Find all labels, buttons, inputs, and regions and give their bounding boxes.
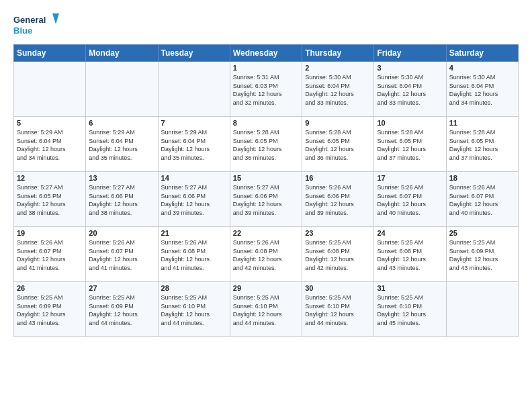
header-row: SundayMondayTuesdayWednesdayThursdayFrid… (14, 45, 519, 62)
day-number: 6 (89, 119, 154, 127)
calendar-page: General Blue SundayMondayTuesdayWednesda… (0, 0, 532, 344)
svg-text:Blue: Blue (13, 26, 32, 36)
day-number: 3 (377, 64, 443, 72)
day-info: Sunrise: 5:29 AM Sunset: 6:04 PM Dayligh… (89, 128, 154, 162)
day-number: 20 (89, 229, 154, 237)
day-number: 16 (305, 174, 371, 182)
day-number: 13 (89, 174, 154, 182)
cell-week4-day4: 22Sunrise: 5:26 AM Sunset: 6:08 PM Dayli… (230, 227, 302, 282)
header-day-saturday: Saturday (446, 45, 518, 62)
day-info: Sunrise: 5:28 AM Sunset: 6:05 PM Dayligh… (377, 128, 443, 162)
day-number: 1 (233, 64, 299, 72)
header-day-wednesday: Wednesday (230, 45, 302, 62)
week-row-1: 1Sunrise: 5:31 AM Sunset: 6:03 PM Daylig… (14, 62, 519, 117)
day-number: 18 (449, 174, 515, 182)
day-info: Sunrise: 5:25 AM Sunset: 6:10 PM Dayligh… (377, 293, 443, 327)
day-info: Sunrise: 5:26 AM Sunset: 6:07 PM Dayligh… (449, 183, 515, 217)
cell-week2-day1: 5Sunrise: 5:29 AM Sunset: 6:04 PM Daylig… (14, 117, 86, 172)
header-day-thursday: Thursday (302, 45, 374, 62)
cell-week3-day2: 13Sunrise: 5:27 AM Sunset: 6:06 PM Dayli… (86, 172, 158, 227)
cell-week5-day5: 30Sunrise: 5:25 AM Sunset: 6:10 PM Dayli… (302, 282, 374, 337)
day-number: 27 (89, 284, 154, 292)
day-number: 23 (305, 229, 371, 237)
day-number: 17 (377, 174, 443, 182)
logo: General Blue (13, 11, 60, 39)
cell-week5-day4: 29Sunrise: 5:25 AM Sunset: 6:10 PM Dayli… (230, 282, 302, 337)
cell-week1-day5: 2Sunrise: 5:30 AM Sunset: 6:04 PM Daylig… (302, 62, 374, 117)
cell-week4-day7: 25Sunrise: 5:25 AM Sunset: 6:09 PM Dayli… (446, 227, 518, 282)
day-info: Sunrise: 5:26 AM Sunset: 6:07 PM Dayligh… (377, 183, 443, 217)
week-row-2: 5Sunrise: 5:29 AM Sunset: 6:04 PM Daylig… (14, 117, 519, 172)
cell-week2-day4: 8Sunrise: 5:28 AM Sunset: 6:05 PM Daylig… (230, 117, 302, 172)
day-info: Sunrise: 5:31 AM Sunset: 6:03 PM Dayligh… (233, 73, 299, 107)
day-number: 10 (377, 119, 443, 127)
cell-week1-day3 (158, 62, 230, 117)
day-info: Sunrise: 5:28 AM Sunset: 6:05 PM Dayligh… (305, 128, 371, 162)
cell-week1-day4: 1Sunrise: 5:31 AM Sunset: 6:03 PM Daylig… (230, 62, 302, 117)
cell-week4-day2: 20Sunrise: 5:26 AM Sunset: 6:07 PM Dayli… (86, 227, 158, 282)
day-number: 14 (161, 174, 227, 182)
logo-svg: General Blue (13, 11, 60, 39)
day-number: 29 (233, 284, 299, 292)
day-number: 11 (449, 119, 515, 127)
cell-week4-day6: 24Sunrise: 5:25 AM Sunset: 6:08 PM Dayli… (374, 227, 446, 282)
day-info: Sunrise: 5:25 AM Sunset: 6:10 PM Dayligh… (161, 293, 227, 327)
cell-week3-day6: 17Sunrise: 5:26 AM Sunset: 6:07 PM Dayli… (374, 172, 446, 227)
cell-week3-day5: 16Sunrise: 5:26 AM Sunset: 6:06 PM Dayli… (302, 172, 374, 227)
cell-week4-day5: 23Sunrise: 5:25 AM Sunset: 6:08 PM Dayli… (302, 227, 374, 282)
day-info: Sunrise: 5:28 AM Sunset: 6:05 PM Dayligh… (233, 128, 299, 162)
day-number: 9 (305, 119, 371, 127)
cell-week5-day3: 28Sunrise: 5:25 AM Sunset: 6:10 PM Dayli… (158, 282, 230, 337)
day-number: 24 (377, 229, 443, 237)
day-number: 12 (17, 174, 83, 182)
day-info: Sunrise: 5:30 AM Sunset: 6:04 PM Dayligh… (377, 73, 443, 107)
day-info: Sunrise: 5:25 AM Sunset: 6:08 PM Dayligh… (377, 238, 443, 272)
cell-week3-day3: 14Sunrise: 5:27 AM Sunset: 6:06 PM Dayli… (158, 172, 230, 227)
day-number: 22 (233, 229, 299, 237)
day-info: Sunrise: 5:26 AM Sunset: 6:06 PM Dayligh… (305, 183, 371, 217)
cell-week1-day2 (86, 62, 158, 117)
calendar-table: SundayMondayTuesdayWednesdayThursdayFrid… (13, 44, 519, 337)
day-info: Sunrise: 5:28 AM Sunset: 6:05 PM Dayligh… (449, 128, 515, 162)
day-info: Sunrise: 5:27 AM Sunset: 6:06 PM Dayligh… (233, 183, 299, 217)
day-info: Sunrise: 5:30 AM Sunset: 6:04 PM Dayligh… (305, 73, 371, 107)
day-info: Sunrise: 5:25 AM Sunset: 6:10 PM Dayligh… (305, 293, 371, 327)
week-row-3: 12Sunrise: 5:27 AM Sunset: 6:05 PM Dayli… (14, 172, 519, 227)
day-info: Sunrise: 5:26 AM Sunset: 6:07 PM Dayligh… (89, 238, 154, 272)
day-number: 7 (161, 119, 227, 127)
cell-week5-day7 (446, 282, 518, 337)
day-number: 26 (17, 284, 83, 292)
day-number: 30 (305, 284, 371, 292)
cell-week3-day1: 12Sunrise: 5:27 AM Sunset: 6:05 PM Dayli… (14, 172, 86, 227)
day-number: 25 (449, 229, 515, 237)
day-info: Sunrise: 5:26 AM Sunset: 6:07 PM Dayligh… (17, 238, 83, 272)
cell-week1-day6: 3Sunrise: 5:30 AM Sunset: 6:04 PM Daylig… (374, 62, 446, 117)
day-info: Sunrise: 5:25 AM Sunset: 6:10 PM Dayligh… (233, 293, 299, 327)
day-number: 31 (377, 284, 443, 292)
svg-text:General: General (13, 15, 46, 25)
cell-week4-day1: 19Sunrise: 5:26 AM Sunset: 6:07 PM Dayli… (14, 227, 86, 282)
cell-week2-day3: 7Sunrise: 5:29 AM Sunset: 6:04 PM Daylig… (158, 117, 230, 172)
cell-week4-day3: 21Sunrise: 5:26 AM Sunset: 6:08 PM Dayli… (158, 227, 230, 282)
day-number: 19 (17, 229, 83, 237)
week-row-5: 26Sunrise: 5:25 AM Sunset: 6:09 PM Dayli… (14, 282, 519, 337)
day-info: Sunrise: 5:25 AM Sunset: 6:09 PM Dayligh… (17, 293, 83, 327)
week-row-4: 19Sunrise: 5:26 AM Sunset: 6:07 PM Dayli… (14, 227, 519, 282)
cell-week5-day1: 26Sunrise: 5:25 AM Sunset: 6:09 PM Dayli… (14, 282, 86, 337)
day-number: 15 (233, 174, 299, 182)
header-day-friday: Friday (374, 45, 446, 62)
day-info: Sunrise: 5:27 AM Sunset: 6:06 PM Dayligh… (161, 183, 227, 217)
cell-week5-day2: 27Sunrise: 5:25 AM Sunset: 6:09 PM Dayli… (86, 282, 158, 337)
day-number: 5 (17, 119, 83, 127)
day-number: 21 (161, 229, 227, 237)
day-info: Sunrise: 5:27 AM Sunset: 6:05 PM Dayligh… (17, 183, 83, 217)
header-day-tuesday: Tuesday (158, 45, 230, 62)
cell-week2-day7: 11Sunrise: 5:28 AM Sunset: 6:05 PM Dayli… (446, 117, 518, 172)
cell-week3-day7: 18Sunrise: 5:26 AM Sunset: 6:07 PM Dayli… (446, 172, 518, 227)
day-number: 4 (449, 64, 515, 72)
header: General Blue (13, 11, 519, 39)
day-info: Sunrise: 5:29 AM Sunset: 6:04 PM Dayligh… (17, 128, 83, 162)
header-day-monday: Monday (86, 45, 158, 62)
day-info: Sunrise: 5:25 AM Sunset: 6:09 PM Dayligh… (89, 293, 154, 327)
cell-week5-day6: 31Sunrise: 5:25 AM Sunset: 6:10 PM Dayli… (374, 282, 446, 337)
